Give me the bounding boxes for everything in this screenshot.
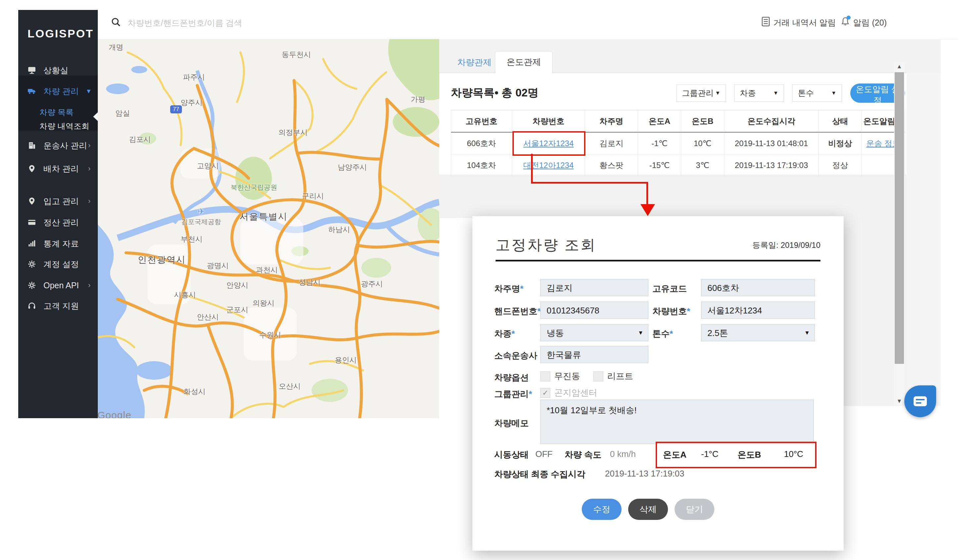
cell-collected-time: 2019-11-13 17:19:03 — [724, 154, 819, 176]
group-gonjiam-checkbox[interactable]: ✓ 곤지암센터 — [540, 387, 597, 399]
cell-uid: 104호차 — [451, 154, 512, 176]
filter-select-톤수[interactable]: 톤수▼ — [792, 84, 842, 102]
scrollbar-thumb[interactable] — [895, 72, 904, 364]
sidebar-item-차량-내역조회[interactable]: 차량 내역조회 — [18, 120, 98, 132]
sidebar-item-통계-자료[interactable]: 통계 자료 — [18, 238, 98, 249]
owner-name-field[interactable]: 김로지 — [540, 279, 649, 296]
bell-icon — [841, 17, 850, 28]
table-header-cell: 상태 — [819, 110, 862, 133]
close-button[interactable]: 닫기 — [674, 499, 714, 520]
map-city-label: 가평 — [411, 95, 425, 104]
map-city-label: 광주시 — [361, 279, 383, 289]
table-header-cell: 고유번호 — [451, 110, 512, 133]
alarm-count-label: 알림 (20) — [853, 17, 887, 28]
sidebar-item-차량-목록[interactable]: 차량 목록 — [18, 107, 98, 118]
owner-name-label: 차주명* — [494, 283, 523, 294]
vehicle-no-label: 차량번호* — [652, 305, 690, 317]
sidebar-item-정산-관리[interactable]: 정산 관리 — [18, 217, 98, 228]
building-icon — [27, 141, 36, 150]
truck-icon — [27, 87, 36, 95]
map-city-label: 북한산국립공원 — [231, 183, 277, 192]
sidebar-item-배차-관리[interactable]: 배차 관리› — [18, 163, 98, 174]
map-canvas — [98, 39, 439, 418]
sidebar-item-label: 운송사 관리 — [43, 140, 87, 151]
tonnage-select[interactable]: 2.5톤▼ — [701, 324, 815, 341]
vehicle-table: 고유번호차량번호차주명온도A온도B온도수집시각상태온도알림명606호차서울12자… — [451, 110, 905, 176]
map-city-label: 광명시 — [207, 261, 229, 271]
gear-icon — [27, 281, 36, 289]
sidebar-item-label: 차량 관리 — [43, 85, 79, 97]
bell-badge-dot — [847, 16, 850, 19]
filter-select-그룹관리[interactable]: 그룹관리▼ — [676, 84, 726, 102]
sidebar-item-운송사-관리[interactable]: 운송사 관리› — [18, 140, 98, 151]
topbar: 거래 내역서 알림 알림 (20) — [98, 10, 958, 40]
cell-tempA: -1℃ — [638, 133, 681, 154]
sidebar-item-label: 차량 목록 — [40, 107, 74, 118]
panel-right-margin — [907, 73, 941, 406]
filter-label: 차종 — [740, 88, 756, 98]
chart-icon — [27, 239, 36, 248]
search-icon — [111, 17, 121, 28]
vehicle-type-select[interactable]: 냉동▼ — [540, 324, 649, 341]
scrollbar-down-arrow[interactable]: ▼ — [894, 397, 905, 406]
chevron-down-icon: ▼ — [773, 90, 778, 96]
sidebar-item-Open-API[interactable]: Open API› — [18, 280, 98, 291]
tab-temperature-control[interactable]: 온도관제 — [495, 51, 553, 73]
vehicle-number-link[interactable]: 대전12아1234 — [512, 154, 585, 176]
map-city-label: 하남시 — [328, 225, 350, 235]
sidebar-item-label: 배차 관리 — [43, 163, 79, 174]
chat-launcher-button[interactable] — [904, 385, 936, 417]
unique-code-field[interactable]: 606호차 — [701, 279, 815, 296]
phone-field[interactable]: 01012345678 — [540, 302, 649, 319]
chat-bubble-icon — [914, 396, 927, 406]
filter-select-차종[interactable]: 차종▼ — [734, 84, 784, 102]
scrollbar-up-arrow[interactable]: ▲ — [894, 62, 905, 71]
sidebar-item-label: 상황실 — [43, 65, 68, 76]
map-city-label: 시흥시 — [174, 290, 196, 300]
option-lift-checkbox[interactable]: 리프트 — [593, 370, 633, 382]
vehicle-type-label: 차종* — [494, 328, 515, 340]
map-city-label: 의왕시 — [252, 298, 274, 308]
panel-scrollbar[interactable]: ▲ ▼ — [894, 62, 905, 406]
map-city-label: 의정부시 — [278, 128, 308, 138]
map-city-label: 군포시 — [227, 305, 248, 315]
chevron-down-icon: ▼ — [831, 90, 836, 96]
map-city-label: 개명 — [109, 43, 123, 52]
tempB-value: 10°C — [784, 449, 803, 459]
unique-code-label: 고유코드 — [652, 283, 687, 294]
vehicle-number-link[interactable]: 서울12자1234 — [512, 133, 585, 154]
chevron-right-icon: › — [88, 196, 90, 207]
map-city-label: 수원시 — [259, 330, 281, 340]
speed-label: 차량 속도 — [565, 449, 601, 460]
alarm-button[interactable]: 알림 (20) — [841, 17, 887, 28]
transaction-alert-button[interactable]: 거래 내역서 알림 — [761, 17, 836, 28]
vehicle-memo-label: 차량메모 — [494, 418, 529, 429]
edit-button[interactable]: 수정 — [582, 499, 622, 520]
sidebar-item-상황실[interactable]: 상황실 — [18, 65, 98, 76]
map[interactable]: 개명동두천시파주시양주시가평암실77김포시의정부시고양시남양주시북한산국립공원구… — [98, 39, 439, 418]
checkbox-icon — [593, 372, 603, 381]
sidebar-item-계정-설정[interactable]: 계정 설정 — [18, 258, 98, 270]
search-input[interactable] — [127, 18, 327, 28]
cell-tempB: 10℃ — [681, 133, 724, 154]
map-city-label: 인천광역시 — [138, 254, 186, 266]
tempA-value: -1°C — [701, 449, 718, 459]
sidebar-item-차량-관리[interactable]: 차량 관리▾ — [18, 85, 98, 97]
sidebar-item-고객-지원[interactable]: 고객 지원 — [18, 300, 98, 312]
sidebar-item-label: 고객 지원 — [43, 300, 79, 312]
option-no-vibration-checkbox[interactable]: 무진동 — [540, 370, 580, 382]
card-icon — [27, 218, 36, 227]
vehicle-memo-textarea[interactable]: *10월 12일부로 첫배송! — [540, 400, 814, 444]
cell-owner: 김로지 — [585, 133, 638, 154]
tab-vehicle-control[interactable]: 차량관제 — [446, 52, 503, 73]
chevron-right-icon: › — [88, 163, 90, 174]
delete-button[interactable]: 삭제 — [628, 499, 668, 520]
chevron-down-icon: ▼ — [804, 324, 810, 342]
vehicle-no-field[interactable]: 서울12차1234 — [701, 302, 815, 319]
sidebar-item-입고-관리[interactable]: 입고 관리› — [18, 196, 98, 207]
filter-label: 톤수 — [798, 88, 814, 98]
speed-value: 0 km/h — [610, 449, 636, 459]
last-collected-label: 차량상태 최종 수집시각 — [494, 468, 585, 480]
modal-title: 고정차량 조회 — [496, 235, 596, 255]
carrier-field[interactable]: 한국물류 — [540, 346, 649, 363]
